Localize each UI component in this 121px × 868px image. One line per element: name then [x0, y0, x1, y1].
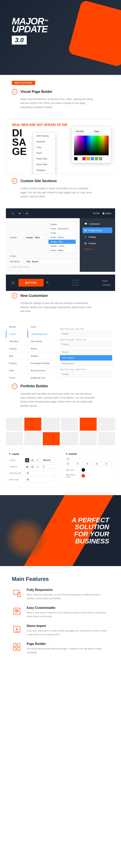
import-icon — [12, 624, 22, 634]
color-picker-panel[interactable]: Clear — [72, 127, 111, 163]
toolbar-home[interactable]: 🏠 Home — [102, 212, 111, 215]
choose-option[interactable]: Test Content 2 — [60, 361, 112, 366]
add-icon[interactable]: + — [73, 280, 78, 286]
tool-icon[interactable]: ◻ — [10, 280, 16, 286]
feature-title: Fully Responsive — [27, 588, 109, 592]
plus-icon: + — [12, 293, 17, 299]
content-panel: ▾Content Title Title color Title Hover C… — [63, 449, 115, 487]
choose-select[interactable]: Choose — [60, 371, 112, 377]
ctx-delete[interactable]: Delete — [34, 173, 55, 174]
tab-projects[interactable]: Projects — [6, 360, 27, 367]
sidebar-catalog[interactable]: ☷ Catalog — [82, 234, 112, 240]
feature-page-builder: Page Builder Our theme was built with El… — [0, 642, 121, 660]
colgap-input[interactable] — [25, 471, 55, 475]
plus-icon: + — [12, 178, 17, 184]
svg-rect-10 — [13, 644, 16, 647]
tab-menus[interactable]: Menus — [28, 345, 57, 352]
tab-header[interactable]: Header — [6, 323, 27, 331]
feature-desc: Our theme was built with Elementor plugi… — [27, 647, 109, 654]
customizer-mockup: Header Footer Title Block Catalog Blog P… — [6, 323, 115, 381]
choose-select[interactable]: Choose — [60, 342, 112, 347]
sidebar-comments[interactable]: 💬 Comments — [82, 221, 112, 227]
tab-footer[interactable]: Footer — [6, 331, 27, 338]
add-new-link[interactable]: Add New — [82, 247, 112, 251]
header-select[interactable]: Header - Main — [24, 235, 46, 240]
val-input[interactable] — [75, 462, 83, 466]
tab-fonts[interactable]: Fonts — [28, 323, 57, 331]
feature-title: Demo Import — [27, 624, 109, 628]
val-input[interactable] — [66, 462, 74, 466]
tab-blog[interactable]: Blog — [6, 352, 27, 360]
section-description: Drag & drop all elements. Customize font… — [21, 97, 95, 109]
tab-woo[interactable]: WooCommerce — [28, 367, 57, 374]
nav-home[interactable]: Home — [102, 280, 111, 282]
tab-css[interactable]: Additional CSS — [28, 374, 57, 381]
tool-fold-icon[interactable]: ⊟ — [24, 211, 30, 216]
ctx-duplicate[interactable]: Duplicate — [34, 139, 55, 145]
color-gradient[interactable] — [74, 135, 109, 155]
motorcycle-image — [4, 517, 47, 560]
ctx-navigator[interactable]: Navigator — [34, 167, 55, 173]
tool-copy-icon[interactable]: ⧉ — [17, 211, 23, 216]
hex-input[interactable] — [74, 129, 90, 134]
customizer-options: Shop Root page - After Title Choose Shop… — [57, 323, 115, 381]
val-input[interactable] — [94, 462, 102, 466]
tab-other[interactable]: Other — [6, 367, 27, 374]
tab-homepage[interactable]: Homepage Settings — [28, 360, 57, 367]
ctx-edit[interactable]: Edit Heading — [34, 133, 55, 139]
feature-title: Easy Customizable — [27, 606, 109, 610]
hero-version: 3.0 — [12, 36, 27, 44]
section-custom-sections: + Custom Site Sections Create a custom h… — [0, 176, 121, 205]
visual-builder-mockup: REAL MEN ARE NOT AFRAID OF DIR DI SA GE … — [6, 119, 115, 174]
color-swatch[interactable] — [82, 468, 85, 472]
context-menu[interactable]: Edit Heading Duplicate Copy Paste Paste … — [34, 133, 55, 174]
dark-toolbar: ◻ ⧉ ⊟ 41,7% 🏠 Home — [6, 208, 115, 218]
sidebar-headerfooter[interactable]: ▦ Header/Footer — [82, 227, 112, 233]
tab-catalog[interactable]: Catalog — [6, 345, 27, 352]
demo-button[interactable]: BUTTON — [18, 279, 44, 286]
color-swatches[interactable] — [74, 157, 109, 160]
section-title: Custom Site Sections — [21, 179, 57, 183]
ctx-reset-style[interactable]: Reset Style — [34, 162, 55, 167]
ctx-paste-style[interactable]: Paste Style — [34, 156, 55, 162]
section-description: Create a custom header or footer, and in… — [21, 186, 95, 198]
val-input[interactable] — [104, 462, 112, 466]
choose-select[interactable]: Choose — [60, 331, 112, 337]
section-portfolio: + Portfolio Builder A powerful tool that… — [0, 381, 121, 414]
option-panels: ▾Layout Layout ▦▤☷ Masonry Columns ▦▤☷ C… — [6, 449, 115, 487]
tab-widgets[interactable]: Widgets — [28, 352, 57, 360]
section-title: Portfolio Builder — [21, 384, 48, 388]
perfect-text: A PERFECT SOLUTION FOR YOUR BUSINESS — [72, 517, 109, 545]
tab-identity[interactable]: Site Identity — [28, 338, 57, 345]
clear-button[interactable]: Clear — [91, 129, 102, 134]
header-footer-layout: Header Header - Main Default Footer - So… — [6, 218, 115, 272]
title-select[interactable]: Title - Boxed — [24, 259, 76, 264]
tab-titleblock[interactable]: Title Block — [6, 338, 27, 345]
ctx-copy[interactable]: Copy — [34, 145, 55, 150]
svg-rect-11 — [17, 644, 20, 647]
tool-square-icon[interactable]: ◻ — [10, 211, 15, 216]
layout-icons[interactable]: ▦▤☷ — [25, 458, 39, 462]
sidebar-content[interactable]: ▤ Content — [82, 241, 112, 246]
tab-shopblog[interactable]: Shop/Blog Areas — [28, 331, 57, 338]
val-input[interactable] — [85, 462, 93, 466]
columns-input[interactable] — [41, 464, 55, 469]
section-customizer: + New Customizer Change the settings of … — [0, 291, 121, 319]
perfect-banner: A PERFECT SOLUTION FOR YOUR BUSINESS — [0, 495, 121, 566]
tab-colors[interactable]: Colors — [6, 374, 27, 381]
nav-contacts[interactable]: Contacts — [102, 284, 111, 286]
ctx-paste[interactable]: Paste — [34, 150, 55, 156]
footer-options-list[interactable]: Default Footer - Social Icons Footer Foo… — [48, 222, 76, 253]
choose-option-active[interactable]: Test Content 1 — [60, 355, 112, 361]
customize-icon — [12, 606, 22, 616]
section-title: New Customizer — [21, 294, 48, 298]
color-swatch[interactable] — [82, 474, 85, 477]
hf-settings: Header Header - Main Default Footer - So… — [6, 218, 80, 272]
layout-select[interactable]: Masonry — [41, 458, 55, 462]
new-features-badge: NEW FEATURES — [12, 81, 35, 85]
feature-desc: Motor Theme is responsive, so that it fi… — [27, 593, 109, 600]
toolbar-buttons: ◻ ⧉ ⊟ — [10, 211, 30, 216]
column-icons[interactable]: ▦▤☷ — [25, 465, 39, 469]
choose-option[interactable]: Choose — [60, 349, 112, 355]
rowgap-input[interactable] — [25, 477, 55, 482]
